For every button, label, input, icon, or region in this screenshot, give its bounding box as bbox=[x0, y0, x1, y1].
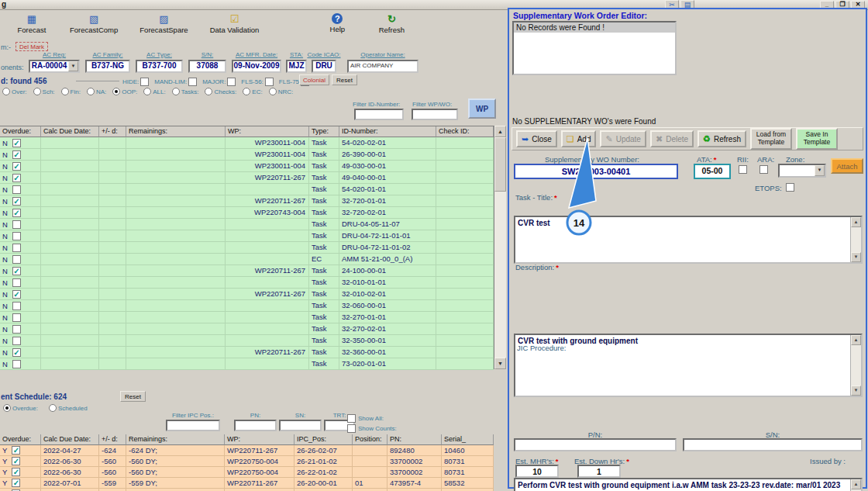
column-header[interactable]: PN: bbox=[388, 434, 442, 445]
row-checkbox[interactable]: ✓ bbox=[12, 446, 20, 455]
textarea-scrollbar[interactable]: ▲▼ bbox=[850, 335, 861, 396]
pn-input[interactable] bbox=[514, 438, 677, 451]
scroll-down-icon[interactable]: ▼ bbox=[851, 386, 861, 396]
task-row[interactable]: N✓WP230011-004Task54-020-02-01 bbox=[0, 137, 494, 149]
task-row[interactable]: N✓WP220711-267Task32-360-00-01 bbox=[0, 347, 494, 358]
radio-button[interactable] bbox=[112, 88, 120, 95]
checkbox[interactable] bbox=[227, 78, 236, 86]
load-from-template-button[interactable]: Load from Template bbox=[750, 128, 792, 150]
column-header[interactable]: IPC_Pos: bbox=[294, 434, 353, 445]
list-item[interactable]: No Records were Found ! bbox=[514, 22, 675, 33]
row-checkbox[interactable] bbox=[12, 255, 21, 264]
column-header[interactable]: WP: bbox=[225, 434, 294, 445]
scroll-thumb[interactable] bbox=[494, 137, 506, 192]
chevron-down-icon[interactable]: ▼ bbox=[68, 61, 78, 71]
del-mark-button[interactable]: Del Mark bbox=[16, 42, 48, 51]
close-button[interactable]: ➥Close bbox=[516, 130, 557, 147]
records-listbox[interactable]: No Records were Found ! bbox=[512, 21, 677, 75]
refresh-button[interactable]: ♻Refresh bbox=[698, 130, 746, 147]
column-header[interactable]: +/- d: bbox=[99, 434, 126, 445]
row-checkbox[interactable]: ✓ bbox=[12, 348, 21, 357]
row-checkbox[interactable]: ✓ bbox=[12, 162, 21, 171]
colonial-button[interactable]: Colonial bbox=[299, 74, 329, 85]
task-row[interactable]: N✓WP220711-267Task32-010-02-01 bbox=[0, 289, 494, 300]
reset-button[interactable]: Reset bbox=[332, 74, 357, 85]
schedule-row[interactable]: Y✓2022-04-27-624-624 DY;WP220711-26726-2… bbox=[0, 445, 494, 456]
column-header[interactable]: Overdue: bbox=[0, 126, 41, 137]
filter-wp-input[interactable] bbox=[412, 109, 458, 120]
schedule-row[interactable]: Y✓2022-07-01-559-559 DY;WP220711-26726-2… bbox=[0, 478, 494, 489]
radio-button[interactable] bbox=[49, 404, 57, 412]
scroll-up-icon[interactable]: ▲ bbox=[851, 217, 861, 227]
toolbar-button-forecast[interactable]: ▦Forecast bbox=[11, 12, 53, 36]
toolbar-button-forecastcomp[interactable]: ▧ForecastComp bbox=[65, 12, 122, 36]
task-row[interactable]: NTask32-270-02-01 bbox=[0, 323, 494, 335]
task-title-textarea[interactable]: CVR test ▲▼ bbox=[514, 216, 863, 264]
radio-button[interactable] bbox=[61, 88, 69, 95]
radio-button[interactable] bbox=[269, 88, 277, 95]
ara-checkbox[interactable] bbox=[760, 165, 768, 174]
scroll-up-icon[interactable]: ▲ bbox=[851, 335, 861, 345]
schedule-filter-input[interactable] bbox=[166, 420, 220, 431]
filter-id-input[interactable] bbox=[354, 109, 404, 120]
task-row[interactable]: N✓WP220743-004Task32-720-02-01 bbox=[0, 207, 494, 219]
task-row[interactable]: NTask54-020-01-01 bbox=[0, 184, 494, 195]
column-header[interactable]: Type: bbox=[309, 126, 339, 137]
jic-procedure-value[interactable]: Perform CVR test with ground equipment i… bbox=[515, 479, 861, 491]
toolbar-button-refresh[interactable]: ↻Refresh bbox=[370, 12, 412, 36]
task-table-scrollbar[interactable]: ▲ ▼ bbox=[494, 126, 506, 369]
task-row[interactable]: NTask32-350-00-01 bbox=[0, 335, 494, 347]
checkbox[interactable] bbox=[140, 78, 149, 86]
task-row[interactable]: NTaskDRU-04-05-11-07 bbox=[0, 219, 494, 230]
row-checkbox[interactable] bbox=[12, 232, 21, 240]
ata-field[interactable]: 05-00 bbox=[694, 164, 731, 179]
task-row[interactable]: NTaskDRU-04-72-11-01-02 bbox=[0, 242, 494, 254]
radio-button[interactable] bbox=[205, 88, 212, 95]
radio-button[interactable] bbox=[243, 88, 250, 95]
row-checkbox[interactable] bbox=[12, 185, 21, 194]
zone-dropdown[interactable]: ▼ bbox=[778, 164, 826, 178]
add-button[interactable]: ❏Add bbox=[561, 130, 597, 147]
row-checkbox[interactable]: ✓ bbox=[12, 468, 20, 476]
checkbox[interactable] bbox=[265, 78, 274, 86]
column-header[interactable]: WP: bbox=[226, 126, 309, 137]
schedule-row[interactable]: Y✓2022-06-30-560-560 DY;WP220750-00426-2… bbox=[0, 467, 494, 478]
row-checkbox[interactable]: ✓ bbox=[12, 209, 21, 217]
task-row[interactable]: N✓WP220711-267Task49-040-00-01 bbox=[0, 172, 494, 184]
row-checkbox[interactable] bbox=[12, 360, 21, 368]
wp-button[interactable]: WP bbox=[468, 99, 496, 119]
show-all-checkbox[interactable] bbox=[347, 414, 356, 423]
task-row[interactable]: NTask32-270-01-01 bbox=[0, 312, 494, 323]
est-mhr-field[interactable]: 10 bbox=[515, 465, 559, 478]
est-down-field[interactable]: 1 bbox=[577, 465, 621, 478]
column-header[interactable]: Serial_ bbox=[442, 434, 494, 445]
description-value[interactable]: CVR test with ground equipment bbox=[515, 335, 861, 348]
field-value-acreg[interactable]: RA-00004▼ bbox=[29, 60, 80, 73]
textarea-scrollbar[interactable]: ▲▼ bbox=[850, 479, 861, 491]
task-row[interactable]: N✓WP220711-267Task32-720-01-01 bbox=[0, 195, 494, 207]
schedule-filter-input[interactable] bbox=[279, 420, 322, 431]
column-header[interactable]: Calc Due Date: bbox=[41, 126, 99, 137]
schedule-reset-button[interactable]: Reset bbox=[120, 391, 146, 402]
task-row[interactable]: N✓WP230011-004Task49-030-00-01 bbox=[0, 161, 494, 172]
save-in-template-button[interactable]: Save In Template bbox=[796, 128, 838, 150]
textarea-scrollbar[interactable]: ▲▼ bbox=[850, 217, 861, 262]
column-header[interactable]: Remainings: bbox=[126, 434, 225, 445]
task-row[interactable]: NTask73-020-01-01 bbox=[0, 358, 494, 370]
task-row[interactable]: N✓WP220711-267Task24-100-00-01 bbox=[0, 265, 494, 277]
task-row[interactable]: N✓WP230011-004Task26-390-00-01 bbox=[0, 149, 494, 161]
row-checkbox[interactable]: ✓ bbox=[12, 174, 21, 182]
row-checkbox[interactable]: ✓ bbox=[12, 197, 21, 206]
row-checkbox[interactable]: ✓ bbox=[12, 457, 20, 465]
radio-button[interactable] bbox=[33, 88, 41, 95]
row-checkbox[interactable] bbox=[12, 325, 21, 334]
schedule-filter-input[interactable] bbox=[234, 420, 277, 431]
toolbar-button-help[interactable]: ?Help bbox=[316, 12, 358, 35]
radio-button[interactable] bbox=[172, 88, 180, 95]
radio-button[interactable] bbox=[2, 88, 10, 95]
etops-checkbox[interactable] bbox=[786, 183, 794, 192]
toolbar-button-forecastspare[interactable]: ▨ForecastSpare bbox=[135, 12, 192, 36]
row-checkbox[interactable] bbox=[12, 302, 21, 310]
row-checkbox[interactable] bbox=[12, 244, 21, 252]
sn-input[interactable] bbox=[683, 438, 863, 451]
